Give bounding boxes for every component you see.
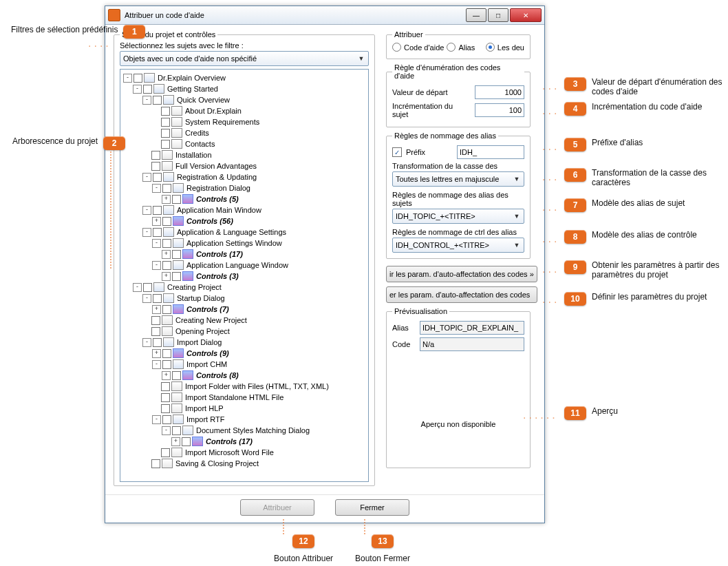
expand-toggle[interactable]: - — [152, 184, 161, 193]
tree-checkbox[interactable] — [133, 74, 142, 83]
tree-checkbox[interactable] — [151, 151, 160, 160]
tree-row[interactable]: -Registration Dialog — [152, 182, 367, 193]
tree-row[interactable]: Contacts — [152, 138, 367, 149]
tree-checkbox[interactable] — [153, 206, 162, 215]
minimize-button[interactable]: — — [466, 8, 486, 22]
expand-toggle[interactable]: - — [142, 228, 151, 237]
tree-row[interactable]: Full Version Advantages — [142, 160, 367, 171]
tree-row[interactable]: -Import Dialog — [142, 337, 367, 348]
tree-row[interactable]: -Creating Project — [133, 282, 367, 293]
expand-toggle[interactable]: + — [152, 349, 161, 358]
tree-row[interactable]: +Controls (7) — [152, 304, 367, 315]
tree-checkbox[interactable] — [161, 140, 170, 149]
expand-toggle[interactable]: + — [162, 272, 171, 281]
tree-checkbox[interactable] — [151, 459, 160, 468]
tree-row[interactable]: +Controls (5) — [162, 193, 367, 205]
tree-checkbox[interactable] — [153, 96, 162, 105]
expand-toggle[interactable]: - — [152, 415, 161, 424]
expand-toggle[interactable]: + — [162, 250, 171, 259]
tree-row[interactable]: +Controls (17) — [171, 436, 367, 447]
tree-checkbox[interactable] — [143, 283, 152, 292]
expand-toggle[interactable]: + — [152, 305, 161, 314]
window-close-button[interactable]: ✕ — [510, 8, 542, 22]
tree-checkbox[interactable] — [153, 228, 162, 237]
tree-row[interactable]: +Controls (3) — [162, 271, 367, 282]
tree-checkbox[interactable] — [143, 85, 152, 94]
tree-checkbox[interactable] — [162, 239, 171, 248]
tree-checkbox[interactable] — [153, 294, 162, 303]
tree-checkbox[interactable] — [182, 437, 191, 446]
tree-row[interactable]: About Dr.Explain — [152, 105, 367, 116]
tree-checkbox[interactable] — [151, 162, 160, 171]
tree-row[interactable]: +Controls (9) — [152, 348, 367, 359]
expand-toggle[interactable]: - — [142, 294, 151, 303]
tree-checkbox[interactable] — [161, 404, 170, 413]
tree-checkbox[interactable] — [162, 305, 171, 314]
tree-row[interactable]: Credits — [152, 127, 367, 138]
tree-row[interactable]: -Import CHM — [152, 359, 367, 370]
start-value-input[interactable] — [475, 85, 524, 99]
tree-row[interactable]: -Application Language Window — [152, 260, 367, 271]
expand-toggle[interactable]: - — [152, 239, 161, 248]
radio-both[interactable] — [486, 43, 495, 52]
tree-checkbox[interactable] — [162, 415, 171, 424]
prefix-input[interactable] — [457, 145, 524, 159]
tree-row[interactable]: -Getting Started — [133, 83, 367, 94]
tree-row[interactable]: System Requirements — [152, 116, 367, 127]
tree-checkbox[interactable] — [161, 448, 170, 457]
tree-row[interactable]: Import HLP — [152, 403, 367, 414]
title-bar[interactable]: Attribuer un code d'aide — □ ✕ — [105, 6, 544, 25]
tree-checkbox[interactable] — [151, 327, 160, 336]
tree-row[interactable]: -Application Main Window — [142, 205, 367, 216]
tree-row[interactable]: Import Microsoft Word File — [152, 447, 367, 458]
increment-input[interactable] — [475, 103, 524, 117]
tree-row[interactable]: Import Folder with Files (HTML, TXT, XML… — [152, 381, 367, 392]
tree-row[interactable]: -Application Settings Window — [152, 238, 367, 249]
expand-toggle[interactable]: - — [162, 426, 171, 435]
tree-row[interactable]: Creating New Project — [142, 315, 367, 326]
filter-dropdown[interactable]: Objets avec un code d'aide non spécifié … — [120, 51, 369, 66]
maximize-button[interactable]: □ — [488, 8, 508, 22]
tree-checkbox[interactable] — [162, 217, 171, 226]
tree-checkbox[interactable] — [172, 195, 181, 204]
tree-row[interactable]: +Controls (17) — [162, 249, 367, 260]
expand-toggle[interactable]: + — [162, 371, 171, 380]
expand-toggle[interactable]: - — [142, 96, 151, 105]
tree-checkbox[interactable] — [161, 118, 170, 127]
tree-checkbox[interactable] — [161, 382, 170, 391]
tree-row[interactable]: +Controls (56) — [152, 216, 367, 227]
tree-checkbox[interactable] — [172, 272, 181, 281]
set-auto-params-button[interactable]: er les param. d'auto-affectation des cod… — [386, 286, 537, 303]
expand-toggle[interactable]: - — [142, 338, 151, 347]
tree-checkbox[interactable] — [162, 360, 171, 369]
close-button[interactable]: Fermer — [335, 499, 409, 516]
expand-toggle[interactable]: + — [152, 217, 161, 226]
tree-checkbox[interactable] — [162, 261, 171, 270]
expand-toggle[interactable]: - — [133, 85, 142, 94]
expand-toggle[interactable]: - — [142, 173, 151, 182]
tree-row[interactable]: -Quick Overview — [142, 94, 367, 105]
radio-help-code[interactable] — [392, 43, 401, 52]
tree-checkbox[interactable] — [172, 426, 181, 435]
subject-alias-rule-dropdown[interactable]: IDH_TOPIC_+<TITRE> ▼ — [392, 209, 524, 224]
tree-row[interactable]: Saving & Closing Project — [142, 458, 367, 469]
tree-checkbox[interactable] — [153, 338, 162, 347]
tree-row[interactable]: -Startup Dialog — [142, 293, 367, 304]
tree-row[interactable]: -Dr.Explain Overview — [123, 72, 367, 83]
case-transform-dropdown[interactable]: Toutes les lettres en majuscule ▼ — [392, 171, 524, 187]
tree-row[interactable]: Installation — [142, 149, 367, 160]
control-alias-rule-dropdown[interactable]: IDH_CONTROL_+<TITRE> ▼ — [392, 238, 524, 253]
expand-toggle[interactable]: - — [152, 360, 161, 369]
expand-toggle[interactable]: - — [123, 74, 132, 83]
tree-row[interactable]: -Import RTF — [152, 414, 367, 425]
tree-checkbox[interactable] — [172, 371, 181, 380]
tree-checkbox[interactable] — [151, 316, 160, 325]
expand-toggle[interactable]: - — [133, 283, 142, 292]
tree-row[interactable]: Import Standalone HTML File — [152, 392, 367, 403]
get-auto-params-button[interactable]: ir les param. d'auto-affectation des cod… — [386, 266, 537, 282]
tree-row[interactable]: -Application & Language Settings — [142, 227, 367, 238]
tree-row[interactable]: Opening Project — [142, 326, 367, 337]
tree-checkbox[interactable] — [161, 129, 170, 138]
tree-checkbox[interactable] — [153, 173, 162, 182]
tree-row[interactable]: -Document Styles Matching Dialog — [162, 425, 367, 436]
